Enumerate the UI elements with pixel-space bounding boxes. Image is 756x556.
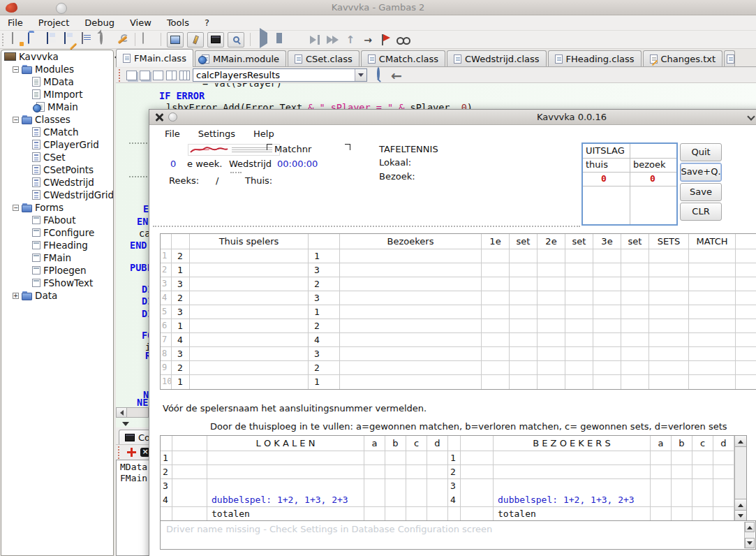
set-score-cell[interactable] xyxy=(510,277,538,291)
titlebar-circle-icon[interactable] xyxy=(168,112,177,122)
sets-cell[interactable] xyxy=(649,291,689,305)
match-cell[interactable] xyxy=(689,249,736,263)
sets-cell[interactable] xyxy=(649,305,689,319)
extra-cell[interactable] xyxy=(736,347,756,361)
scroll-up-icon[interactable] xyxy=(735,499,746,510)
match-cell[interactable] xyxy=(689,291,736,305)
match-cell[interactable] xyxy=(689,305,736,319)
match-cell[interactable] xyxy=(689,361,736,375)
stop-icon[interactable] xyxy=(291,33,305,47)
set-score-cell[interactable] xyxy=(621,263,649,277)
d-cell[interactable] xyxy=(713,479,734,493)
set-score-cell[interactable] xyxy=(510,375,538,389)
set-score-cell[interactable] xyxy=(538,319,565,333)
b-cell[interactable] xyxy=(672,451,692,465)
bezoekers-cell[interactable] xyxy=(494,451,651,465)
bezoeker-cell[interactable] xyxy=(340,319,482,333)
match-cell[interactable] xyxy=(689,319,736,333)
pause-icon[interactable] xyxy=(274,33,288,47)
tree-item-cmatch[interactable]: CMatch xyxy=(1,126,113,138)
b-cell[interactable] xyxy=(385,493,406,507)
set-score-cell[interactable] xyxy=(565,291,593,305)
breakpoint-flag-icon[interactable] xyxy=(378,33,392,47)
extra-cell[interactable] xyxy=(736,263,756,277)
bezoeker-cell[interactable] xyxy=(340,347,482,361)
set-score-cell[interactable] xyxy=(482,249,510,263)
totals-grid-scrollbar[interactable] xyxy=(734,436,746,521)
menu-help[interactable]: ? xyxy=(197,15,217,31)
app-menu-settings[interactable]: Settings xyxy=(198,129,235,139)
set-score-cell[interactable] xyxy=(565,277,593,291)
thuis-number-cell[interactable]: 4 xyxy=(172,333,190,347)
bezoekers-cell[interactable] xyxy=(494,479,651,493)
a-cell[interactable] xyxy=(364,493,385,507)
scroll-up-icon[interactable] xyxy=(735,436,746,447)
project-notes-icon[interactable] xyxy=(141,33,155,47)
scroll-up-icon[interactable] xyxy=(745,522,755,532)
save-button[interactable]: Save xyxy=(680,183,722,201)
bezoekers-cell[interactable] xyxy=(494,465,651,479)
tree-item-fheading[interactable]: FHeading xyxy=(1,239,113,251)
cell[interactable] xyxy=(172,493,207,507)
bezoek-number-cell[interactable]: 1 xyxy=(309,249,340,263)
bezoeker-cell[interactable] xyxy=(340,361,482,375)
set-score-cell[interactable] xyxy=(482,305,510,319)
set-score-cell[interactable] xyxy=(593,319,621,333)
d-cell[interactable] xyxy=(427,479,448,493)
panel-splitter[interactable] xyxy=(120,422,131,427)
extra-cell[interactable] xyxy=(736,375,756,389)
thuis-number-cell[interactable]: 2 xyxy=(172,249,190,263)
sets-cell[interactable] xyxy=(649,319,689,333)
bezoek-number-cell[interactable]: 1 xyxy=(309,305,340,319)
set-score-cell[interactable] xyxy=(593,333,621,347)
set-score-cell[interactable] xyxy=(510,319,538,333)
thuis-number-cell[interactable]: 2 xyxy=(172,291,190,305)
c-cell[interactable] xyxy=(692,451,713,465)
sets-cell[interactable] xyxy=(649,375,689,389)
c-cell[interactable] xyxy=(406,451,427,465)
set-score-cell[interactable] xyxy=(538,291,565,305)
thuis-speler-cell[interactable] xyxy=(190,277,309,291)
thuis-number-cell[interactable]: 1 xyxy=(172,263,190,277)
bezoek-number-cell[interactable]: 1 xyxy=(309,375,340,389)
sets-cell[interactable] xyxy=(649,361,689,375)
set-score-cell[interactable] xyxy=(510,305,538,319)
copy-view-icon[interactable] xyxy=(140,71,150,80)
cell[interactable] xyxy=(461,507,494,521)
set-score-cell[interactable] xyxy=(482,375,510,389)
single-view-icon[interactable] xyxy=(153,71,163,80)
tab-mmain-module[interactable]: MMain.module xyxy=(195,50,286,66)
b-cell[interactable] xyxy=(672,493,692,507)
menu-debug[interactable]: Debug xyxy=(77,15,122,31)
tree-item-fmain[interactable]: FMain xyxy=(1,251,113,264)
set-score-cell[interactable] xyxy=(565,319,593,333)
a-cell[interactable] xyxy=(364,465,385,479)
c-cell[interactable] xyxy=(406,493,427,507)
dubbelspel-left[interactable]: dubbelspel: 1+2, 1+3, 2+3 xyxy=(207,493,364,507)
lokalen-cell[interactable] xyxy=(207,451,364,465)
set-score-cell[interactable] xyxy=(482,347,510,361)
b-cell[interactable] xyxy=(672,507,692,521)
toolbox-icon[interactable] xyxy=(187,32,204,47)
tree-group-modules[interactable]: − Modules xyxy=(1,63,113,75)
expand-toggle-icon[interactable]: + xyxy=(13,293,19,299)
a-cell[interactable] xyxy=(651,507,672,521)
c-cell[interactable] xyxy=(692,479,713,493)
set-score-cell[interactable] xyxy=(565,333,593,347)
extra-cell[interactable] xyxy=(736,305,756,319)
d-cell[interactable] xyxy=(713,465,734,479)
tree-item-fshowtext[interactable]: FShowText xyxy=(1,277,113,289)
set-score-cell[interactable] xyxy=(510,347,538,361)
tab-fheading-class[interactable]: FHeading.class xyxy=(548,50,642,66)
c-cell[interactable] xyxy=(406,465,427,479)
cell[interactable] xyxy=(172,479,207,493)
set-score-cell[interactable] xyxy=(621,361,649,375)
b-cell[interactable] xyxy=(385,465,406,479)
tab-partial[interactable] xyxy=(724,50,735,66)
bezoeker-cell[interactable] xyxy=(340,277,482,291)
bezoeker-cell[interactable] xyxy=(340,305,482,319)
set-score-cell[interactable] xyxy=(593,277,621,291)
set-score-cell[interactable] xyxy=(565,263,593,277)
detach-icon[interactable] xyxy=(127,448,136,457)
thuis-number-cell[interactable]: 3 xyxy=(172,305,190,319)
